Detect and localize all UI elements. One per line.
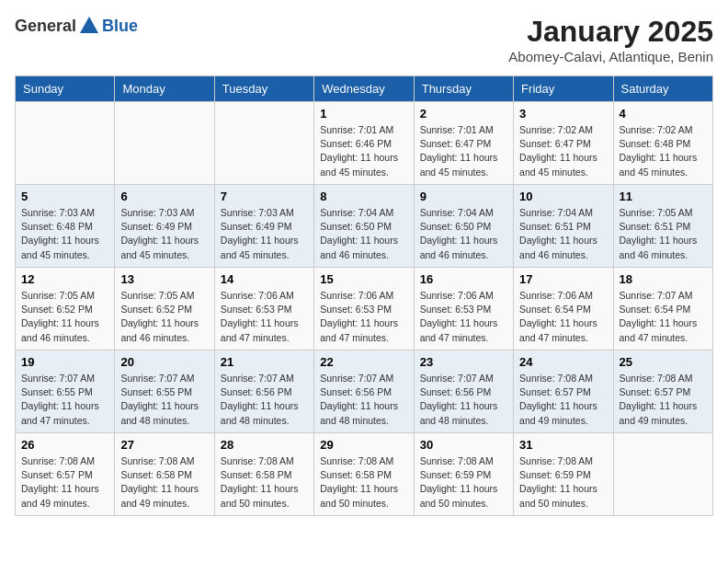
day-number: 26 <box>21 438 108 452</box>
calendar-cell: 23Sunrise: 7:07 AMSunset: 6:56 PMDayligh… <box>414 350 513 433</box>
logo-text-blue: Blue <box>102 17 138 36</box>
day-info: Sunrise: 7:05 AMSunset: 6:52 PMDaylight:… <box>21 289 108 345</box>
weekday-header-tuesday: Tuesday <box>214 76 313 102</box>
title-block: January 2025 Abomey-Calavi, Atlantique, … <box>508 15 713 64</box>
calendar-cell: 31Sunrise: 7:08 AMSunset: 6:59 PMDayligh… <box>514 433 613 516</box>
day-number: 11 <box>620 190 707 203</box>
day-number: 30 <box>420 438 507 452</box>
calendar-table: SundayMondayTuesdayWednesdayThursdayFrid… <box>15 75 713 516</box>
day-info: Sunrise: 7:07 AMSunset: 6:55 PMDaylight:… <box>120 372 208 428</box>
day-number: 18 <box>620 272 707 286</box>
day-info: Sunrise: 7:05 AMSunset: 6:52 PMDaylight:… <box>120 289 208 345</box>
calendar-cell <box>613 433 712 516</box>
calendar-cell: 11Sunrise: 7:05 AMSunset: 6:51 PMDayligh… <box>613 185 712 268</box>
calendar-cell: 14Sunrise: 7:06 AMSunset: 6:53 PMDayligh… <box>214 268 313 350</box>
day-number: 4 <box>620 107 707 121</box>
weekday-header-wednesday: Wednesday <box>314 76 414 102</box>
day-info: Sunrise: 7:04 AMSunset: 6:50 PMDaylight:… <box>420 206 507 262</box>
calendar-week-row: 19Sunrise: 7:07 AMSunset: 6:55 PMDayligh… <box>16 350 713 433</box>
calendar-cell: 27Sunrise: 7:08 AMSunset: 6:58 PMDayligh… <box>115 433 214 516</box>
day-number: 3 <box>519 107 607 121</box>
day-number: 16 <box>420 272 507 286</box>
day-info: Sunrise: 7:04 AMSunset: 6:51 PMDaylight:… <box>519 206 607 262</box>
calendar-cell: 25Sunrise: 7:08 AMSunset: 6:57 PMDayligh… <box>613 350 712 433</box>
day-info: Sunrise: 7:04 AMSunset: 6:50 PMDaylight:… <box>320 206 407 262</box>
calendar-week-row: 26Sunrise: 7:08 AMSunset: 6:57 PMDayligh… <box>16 433 713 516</box>
day-info: Sunrise: 7:08 AMSunset: 6:59 PMDaylight:… <box>519 454 607 511</box>
logo-icon <box>78 15 100 37</box>
day-number: 20 <box>120 355 208 369</box>
calendar-cell: 16Sunrise: 7:06 AMSunset: 6:53 PMDayligh… <box>414 268 513 350</box>
weekday-header-saturday: Saturday <box>613 76 712 102</box>
weekday-header-monday: Monday <box>115 76 214 102</box>
calendar-cell <box>214 102 313 185</box>
day-info: Sunrise: 7:07 AMSunset: 6:56 PMDaylight:… <box>221 372 308 428</box>
calendar-cell: 12Sunrise: 7:05 AMSunset: 6:52 PMDayligh… <box>16 268 115 350</box>
day-info: Sunrise: 7:02 AMSunset: 6:48 PMDaylight:… <box>620 123 707 179</box>
day-info: Sunrise: 7:08 AMSunset: 6:57 PMDaylight:… <box>21 454 108 511</box>
day-info: Sunrise: 7:06 AMSunset: 6:54 PMDaylight:… <box>519 289 607 345</box>
day-number: 21 <box>221 355 308 369</box>
day-number: 15 <box>320 272 407 286</box>
svg-marker-0 <box>80 17 98 33</box>
calendar-cell: 4Sunrise: 7:02 AMSunset: 6:48 PMDaylight… <box>613 102 712 185</box>
day-info: Sunrise: 7:05 AMSunset: 6:51 PMDaylight:… <box>620 206 707 262</box>
day-number: 14 <box>221 272 308 286</box>
day-info: Sunrise: 7:08 AMSunset: 6:57 PMDaylight:… <box>519 372 607 428</box>
calendar-week-row: 5Sunrise: 7:03 AMSunset: 6:48 PMDaylight… <box>16 185 713 268</box>
day-info: Sunrise: 7:08 AMSunset: 6:58 PMDaylight:… <box>320 454 407 511</box>
calendar-cell: 19Sunrise: 7:07 AMSunset: 6:55 PMDayligh… <box>16 350 115 433</box>
calendar-cell: 29Sunrise: 7:08 AMSunset: 6:58 PMDayligh… <box>314 433 414 516</box>
day-info: Sunrise: 7:08 AMSunset: 6:58 PMDaylight:… <box>221 454 308 511</box>
calendar-cell: 22Sunrise: 7:07 AMSunset: 6:56 PMDayligh… <box>314 350 414 433</box>
day-info: Sunrise: 7:07 AMSunset: 6:54 PMDaylight:… <box>620 289 707 345</box>
day-info: Sunrise: 7:02 AMSunset: 6:47 PMDaylight:… <box>519 123 607 179</box>
day-number: 19 <box>21 355 108 369</box>
day-info: Sunrise: 7:06 AMSunset: 6:53 PMDaylight:… <box>420 289 507 345</box>
logo: General Blue <box>15 15 138 37</box>
day-number: 9 <box>420 190 507 203</box>
day-info: Sunrise: 7:03 AMSunset: 6:49 PMDaylight:… <box>120 206 208 262</box>
month-title: January 2025 <box>508 15 713 49</box>
calendar-cell: 15Sunrise: 7:06 AMSunset: 6:53 PMDayligh… <box>314 268 414 350</box>
calendar-cell: 30Sunrise: 7:08 AMSunset: 6:59 PMDayligh… <box>414 433 513 516</box>
day-number: 7 <box>221 190 308 203</box>
day-number: 23 <box>420 355 507 369</box>
calendar-cell: 28Sunrise: 7:08 AMSunset: 6:58 PMDayligh… <box>214 433 313 516</box>
day-info: Sunrise: 7:08 AMSunset: 6:57 PMDaylight:… <box>620 372 707 428</box>
day-number: 31 <box>519 438 607 452</box>
day-info: Sunrise: 7:08 AMSunset: 6:58 PMDaylight:… <box>120 454 208 511</box>
calendar-cell <box>16 102 115 185</box>
logo-text-general: General <box>15 17 76 36</box>
day-number: 29 <box>320 438 407 452</box>
day-info: Sunrise: 7:07 AMSunset: 6:56 PMDaylight:… <box>320 372 407 428</box>
day-info: Sunrise: 7:07 AMSunset: 6:55 PMDaylight:… <box>21 372 108 428</box>
location-subtitle: Abomey-Calavi, Atlantique, Benin <box>508 49 713 64</box>
calendar-cell: 21Sunrise: 7:07 AMSunset: 6:56 PMDayligh… <box>214 350 313 433</box>
weekday-header-row: SundayMondayTuesdayWednesdayThursdayFrid… <box>16 76 713 102</box>
day-number: 12 <box>21 272 108 286</box>
day-info: Sunrise: 7:01 AMSunset: 6:46 PMDaylight:… <box>320 123 407 179</box>
calendar-cell: 20Sunrise: 7:07 AMSunset: 6:55 PMDayligh… <box>115 350 214 433</box>
calendar-cell: 10Sunrise: 7:04 AMSunset: 6:51 PMDayligh… <box>514 185 613 268</box>
day-number: 6 <box>120 190 208 203</box>
day-info: Sunrise: 7:01 AMSunset: 6:47 PMDaylight:… <box>420 123 507 179</box>
day-number: 2 <box>420 107 507 121</box>
calendar-cell: 24Sunrise: 7:08 AMSunset: 6:57 PMDayligh… <box>514 350 613 433</box>
day-number: 24 <box>519 355 607 369</box>
calendar-cell: 17Sunrise: 7:06 AMSunset: 6:54 PMDayligh… <box>514 268 613 350</box>
day-info: Sunrise: 7:03 AMSunset: 6:49 PMDaylight:… <box>221 206 308 262</box>
weekday-header-friday: Friday <box>514 76 613 102</box>
day-number: 8 <box>320 190 407 203</box>
day-info: Sunrise: 7:08 AMSunset: 6:59 PMDaylight:… <box>420 454 507 511</box>
day-number: 13 <box>120 272 208 286</box>
day-number: 17 <box>519 272 607 286</box>
day-info: Sunrise: 7:06 AMSunset: 6:53 PMDaylight:… <box>221 289 308 345</box>
calendar-cell: 9Sunrise: 7:04 AMSunset: 6:50 PMDaylight… <box>414 185 513 268</box>
day-info: Sunrise: 7:03 AMSunset: 6:48 PMDaylight:… <box>21 206 108 262</box>
calendar-week-row: 1Sunrise: 7:01 AMSunset: 6:46 PMDaylight… <box>16 102 713 185</box>
calendar-cell: 18Sunrise: 7:07 AMSunset: 6:54 PMDayligh… <box>613 268 712 350</box>
calendar-cell <box>115 102 214 185</box>
weekday-header-sunday: Sunday <box>16 76 115 102</box>
calendar-cell: 5Sunrise: 7:03 AMSunset: 6:48 PMDaylight… <box>16 185 115 268</box>
